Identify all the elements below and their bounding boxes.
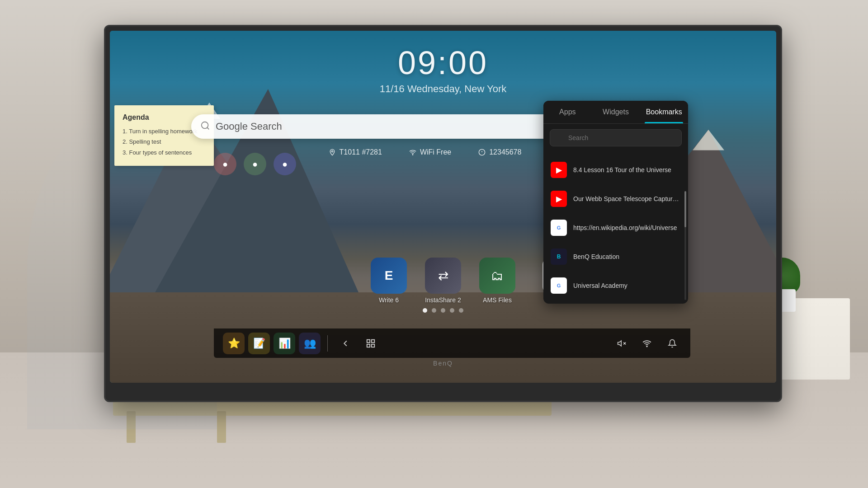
write6-icon[interactable]: E Write 6 — [371, 258, 407, 304]
svg-point-5 — [331, 150, 333, 152]
dot-5[interactable] — [459, 308, 463, 313]
taskbar-teams-app[interactable]: 👥 — [299, 333, 321, 354]
desktop-icons: E Write 6 ⇄ InstaShare 2 🗂 AMS Files — [371, 258, 515, 304]
bookmark-title-2: Our Webb Space Telescope Captures a Cosm… — [573, 195, 681, 202]
dot-2[interactable] — [432, 308, 436, 313]
taskbar-nav-btns — [335, 333, 382, 354]
benq-brand-label: BenQ — [433, 360, 453, 367]
bookmark-list: ▶ 8.4 Lesson 16 Tour of the Universe ▶ O… — [543, 152, 688, 304]
taskbar-sticky-app[interactable]: 📝 — [248, 333, 270, 354]
taskbar-divider — [327, 335, 328, 352]
pin-item: 12345678 — [478, 148, 521, 156]
right-panel: Apps Widgets Bookmarks 🔍 ▶ 8.4 Lesson — [543, 101, 688, 304]
svg-rect-17 — [372, 344, 374, 347]
ams-label: AMS Files — [483, 296, 512, 304]
bookmark-title-4: BenQ Education — [573, 253, 619, 260]
panel-search-input[interactable] — [550, 129, 682, 146]
inshare-icon[interactable]: ⇄ InstaShare 2 — [425, 258, 461, 304]
panel-tabs: Apps Widgets Bookmarks — [543, 101, 688, 124]
page-dots — [423, 308, 463, 313]
svg-point-21 — [646, 346, 647, 347]
clock-date: 11/16 Wednesday, New York — [380, 83, 506, 95]
tv-frame: 09:00 11/16 Wednesday, New York Agenda 1… — [104, 25, 782, 402]
bookmark-title-1: 8.4 Lesson 16 Tour of the Universe — [573, 166, 671, 174]
inshare-label: InstaShare 2 — [425, 296, 461, 304]
write6-icon-img: E — [371, 258, 407, 294]
bookmark-favicon-4: B — [551, 249, 567, 265]
bookmark-title-5: Universal Academy — [573, 282, 627, 289]
pin-number: 12345678 — [489, 148, 521, 156]
bookmark-item-3[interactable]: G https://en.wikipedia.org/wiki/Universe — [543, 213, 688, 242]
svg-text:G: G — [557, 283, 561, 288]
room-id-item: T1011 #7281 — [329, 148, 382, 156]
ams-icon-img: 🗂 — [479, 258, 515, 294]
taskbar-back-btn[interactable] — [335, 333, 356, 354]
inshare-icon-img: ⇄ — [425, 258, 461, 294]
scrollbar-track — [684, 191, 686, 300]
taskbar-sheets-app[interactable]: 📊 — [274, 333, 295, 354]
bookmark-item-2[interactable]: ▶ Our Webb Space Telescope Captures a Co… — [543, 184, 688, 213]
clock-display: 09:00 11/16 Wednesday, New York — [380, 44, 506, 95]
scrollbar-thumb[interactable] — [684, 191, 686, 227]
bookmark-title-3: https://en.wikipedia.org/wiki/Universe — [573, 224, 677, 231]
dot-4[interactable] — [450, 308, 454, 313]
taskbar-wifi-btn[interactable] — [638, 334, 656, 352]
taskbar-grid-btn[interactable] — [360, 333, 382, 354]
room-id: T1011 #7281 — [340, 148, 382, 156]
panel-search-area: 🔍 — [543, 124, 688, 152]
tab-widgets[interactable]: Widgets — [592, 101, 640, 123]
svg-rect-16 — [367, 344, 370, 347]
bookmark-item-4[interactable]: B BenQ Education — [543, 242, 688, 271]
write6-label: Write 6 — [379, 296, 399, 304]
bookmark-favicon-5: G — [551, 277, 567, 294]
svg-marker-18 — [618, 341, 622, 346]
tv-screen: 09:00 11/16 Wednesday, New York Agenda 1… — [110, 31, 776, 383]
taskbar: ⭐ 📝 📊 👥 — [214, 328, 690, 358]
wifi-status: WiFi Free — [420, 148, 451, 156]
svg-line-1 — [207, 127, 209, 129]
bookmark-item-1[interactable]: ▶ 8.4 Lesson 16 Tour of the Universe — [543, 155, 688, 184]
svg-point-6 — [412, 155, 413, 155]
svg-rect-14 — [367, 339, 370, 342]
svg-point-0 — [202, 122, 208, 129]
taskbar-mute-btn[interactable] — [613, 334, 631, 352]
bookmark-favicon-3: G — [551, 220, 567, 236]
svg-rect-15 — [372, 339, 374, 342]
clock-time: 09:00 — [380, 44, 506, 81]
search-icon — [200, 121, 210, 132]
tab-apps[interactable]: Apps — [543, 101, 592, 123]
dot-1[interactable] — [423, 308, 427, 313]
dot-3[interactable] — [441, 308, 445, 313]
bookmark-favicon-2: ▶ — [551, 191, 567, 207]
taskbar-star-app[interactable]: ⭐ — [223, 333, 245, 354]
ams-icon[interactable]: 🗂 AMS Files — [479, 258, 515, 304]
bookmark-favicon-1: ▶ — [551, 162, 567, 178]
bookmark-item-5[interactable]: G Universal Academy — [543, 271, 688, 300]
tab-bookmarks[interactable]: Bookmarks — [640, 101, 688, 123]
desk-leg — [217, 411, 226, 443]
wifi-item: WiFi Free — [409, 148, 451, 156]
taskbar-right — [613, 334, 681, 352]
taskbar-bell-btn[interactable] — [663, 334, 681, 352]
taskbar-apps: ⭐ 📝 📊 👥 — [223, 333, 321, 354]
svg-text:G: G — [557, 225, 561, 230]
